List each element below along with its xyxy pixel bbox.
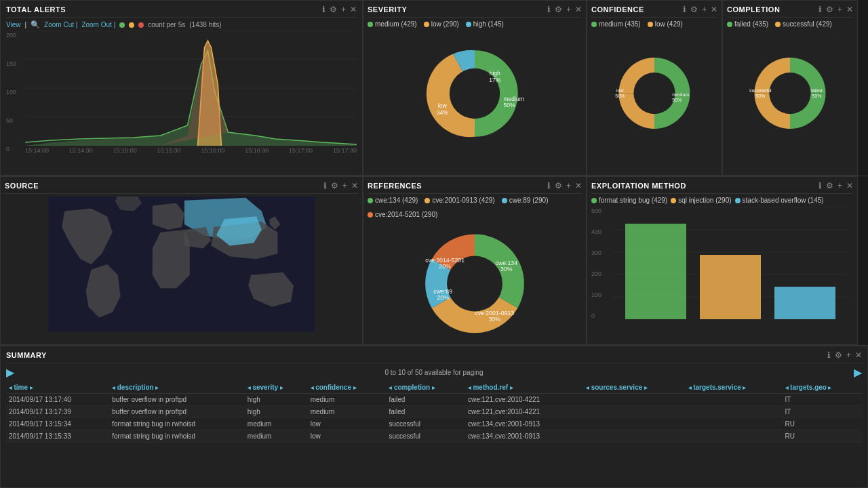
add-icon[interactable]: + — [702, 5, 707, 14]
info-icon[interactable]: ℹ — [827, 350, 831, 360]
references-donut: cwe:134 30% cve:2001-0913 30% cwe:89 20%… — [368, 221, 582, 345]
close-icon[interactable]: ✕ — [350, 5, 357, 14]
source-title: SOURCE — [5, 182, 39, 190]
references-header: REFERENCES ℹ ⚙ + ✕ — [368, 181, 582, 194]
cell-time-2: 2014/09/17 13:15:34 — [6, 418, 109, 430]
references-actions: ℹ ⚙ + ✕ — [547, 181, 582, 190]
map-svg — [9, 197, 355, 332]
info-icon[interactable]: ℹ — [683, 5, 686, 14]
close-icon[interactable]: ✕ — [846, 181, 853, 190]
col-description[interactable]: ◂ description ▸ — [109, 382, 245, 394]
col-time[interactable]: ◂ time ▸ — [6, 382, 109, 394]
close-icon[interactable]: ✕ — [855, 350, 862, 360]
close-icon[interactable]: ✕ — [711, 5, 717, 14]
settings-icon[interactable]: ⚙ — [555, 5, 562, 14]
summary-table: ◂ time ▸ ◂ description ▸ ◂ severity ▸ ◂ … — [6, 382, 862, 443]
add-icon[interactable]: + — [566, 181, 571, 190]
confidence-title: CONFIDENCE — [591, 5, 644, 14]
col-targets[interactable]: ◂ targets.service ▸ — [686, 382, 783, 394]
settings-icon[interactable]: ⚙ — [690, 5, 698, 14]
y-200: 200 — [591, 270, 601, 277]
col-confidence[interactable]: ◂ confidence ▸ — [308, 382, 387, 394]
completion-legend: failed (435) successful (429) — [727, 20, 853, 28]
exploitation-legend: format string bug (429) sql injection (2… — [591, 197, 853, 204]
cell-method-1: cwe:121,cve:2010-4221 — [465, 406, 583, 418]
zoom-cut-link[interactable]: Zoom Cut | — [44, 21, 77, 28]
settings-icon[interactable]: ⚙ — [330, 5, 337, 14]
zoom-icon: 🔍 — [31, 20, 40, 29]
add-icon[interactable]: + — [566, 5, 571, 14]
severity-header: SEVERITY ℹ ⚙ + ✕ — [368, 5, 582, 18]
references-donut-svg: cwe:134 30% cve:2001-0913 30% cwe:89 20%… — [407, 218, 542, 345]
severity-donut: high 17% medium 50% low 34% — [368, 30, 582, 156]
cell-time-1: 2014/09/17 13:17:39 — [6, 406, 109, 418]
label-comp-successful: successful (429) — [783, 20, 832, 28]
info-icon[interactable]: ℹ — [322, 5, 326, 14]
legend-format: format string bug (429) — [591, 197, 667, 204]
settings-icon[interactable]: ⚙ — [826, 5, 833, 14]
x-axis-labels: 15:14:00 15:14:30 15:15:00 15:15:30 15:1… — [25, 147, 357, 154]
col-geo[interactable]: ◂ targets.geo ▸ — [783, 382, 862, 394]
svg-text:50%: 50% — [504, 102, 515, 108]
legend-medium: medium (429) — [368, 20, 417, 28]
add-icon[interactable]: + — [846, 350, 851, 360]
severity-panel: SEVERITY ℹ ⚙ + ✕ medium (429) low (290) — [363, 0, 587, 176]
next-arrow[interactable]: ▶ — [854, 366, 862, 379]
label-cwe89: cwe:89 (290) — [509, 197, 549, 204]
add-icon[interactable]: + — [342, 181, 347, 190]
x-4: 15:15:30 — [157, 147, 181, 154]
dot-medium — [368, 22, 373, 27]
summary-title: SUMMARY — [6, 351, 47, 359]
close-icon[interactable]: ✕ — [575, 5, 582, 14]
cell-sev-3: medium — [245, 430, 308, 443]
info-icon[interactable]: ℹ — [818, 181, 822, 190]
completion-donut-svg: successful 50% failed 50% — [743, 44, 837, 142]
legend-low: low (290) — [424, 20, 459, 28]
row-3: SUMMARY ℹ ⚙ + ✕ ▶ 0 to 10 of 50 availabl… — [0, 346, 868, 488]
dot-yellow — [129, 22, 134, 28]
add-icon[interactable]: + — [341, 5, 346, 14]
close-icon[interactable]: ✕ — [351, 181, 358, 190]
dot-comp-successful — [775, 22, 781, 27]
table-row: 2014/09/17 13:15:34 format string bug in… — [6, 418, 862, 430]
view-link[interactable]: View — [6, 21, 21, 28]
confidence-actions: ℹ ⚙ + ✕ — [683, 5, 717, 14]
severity-actions: ℹ ⚙ + ✕ — [547, 5, 582, 14]
settings-icon[interactable]: ⚙ — [835, 350, 842, 360]
cell-geo-1: IT — [783, 406, 862, 418]
prev-arrow[interactable]: ▶ — [6, 366, 14, 379]
cell-src-3 — [583, 430, 686, 443]
settings-icon[interactable]: ⚙ — [555, 181, 562, 190]
col-completion[interactable]: ◂ completion ▸ — [386, 382, 465, 394]
col-method[interactable]: ◂ method.ref ▸ — [465, 382, 583, 394]
row-1: TOTAL ALERTS ℹ ⚙ + ✕ View | 🔍 Zoom Cut |… — [0, 0, 868, 176]
legend-comp-failed: failed (435) — [727, 20, 768, 28]
svg-text:high: high — [490, 70, 500, 77]
col-sources[interactable]: ◂ sources.service ▸ — [583, 382, 686, 394]
dot-red — [138, 22, 144, 28]
exploitation-panel: EXPLOITATION METHOD ℹ ⚙ + ✕ format strin… — [587, 176, 858, 345]
zoom-out-link[interactable]: Zoom Out | — [81, 21, 115, 28]
references-panel: REFERENCES ℹ ⚙ + ✕ cwe:134 (429) cve:200… — [363, 176, 587, 345]
add-icon[interactable]: + — [837, 181, 842, 190]
settings-icon[interactable]: ⚙ — [826, 181, 833, 190]
severity-donut-svg: high 17% medium 50% low 34% — [417, 36, 532, 151]
cell-method-3: cwe:134,cve:2001-0913 — [465, 430, 583, 443]
table-row: 2014/09/17 13:15:33 format string bug in… — [6, 430, 862, 443]
close-icon[interactable]: ✕ — [575, 181, 582, 190]
col-severity[interactable]: ◂ severity ▸ — [245, 382, 308, 394]
svg-text:successful: successful — [749, 88, 772, 93]
add-icon[interactable]: + — [837, 5, 842, 14]
settings-icon[interactable]: ⚙ — [331, 181, 338, 190]
svg-point-20 — [769, 73, 810, 114]
info-icon[interactable]: ℹ — [547, 5, 551, 14]
close-icon[interactable]: ✕ — [846, 5, 853, 14]
info-icon[interactable]: ℹ — [818, 5, 822, 14]
cell-comp-0: failed — [386, 394, 465, 406]
info-icon[interactable]: ℹ — [547, 181, 551, 190]
info-icon[interactable]: ℹ — [323, 181, 327, 190]
label-cve0913: cve:2001-0913 (429) — [432, 197, 494, 204]
cell-tgt-1 — [686, 406, 783, 418]
cell-comp-3: successful — [386, 430, 465, 443]
completion-header: COMPLETION ℹ ⚙ + ✕ — [727, 5, 853, 18]
